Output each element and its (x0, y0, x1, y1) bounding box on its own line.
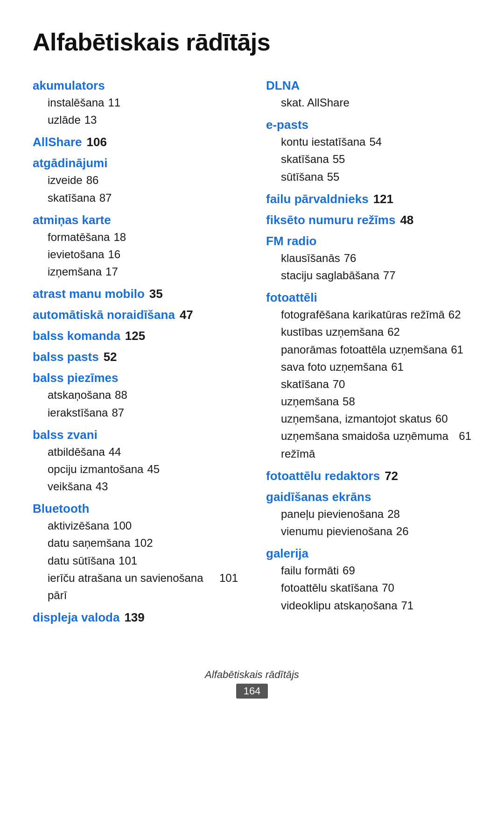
subitem-page-num: 28 (387, 505, 400, 523)
subitem-text: opciju izmantošana (48, 460, 143, 478)
subitem-text: staciju saglabāšana (281, 267, 379, 284)
subitem: ierakstīšana87 (48, 404, 238, 421)
subitem-page-num: 62 (387, 323, 400, 340)
subitem: formatēšana18 (48, 228, 238, 246)
index-entry: failu pārvaldnieks121 (266, 192, 471, 206)
entry-heading-text: akumulators (33, 78, 105, 93)
subitem: atskaņošana88 (48, 386, 238, 403)
subitem: opciju izmantošana45 (48, 460, 238, 478)
index-entry: FM radioklausīšanās76staciju saglabāšana… (266, 234, 471, 284)
subitem-page-num: 44 (109, 443, 121, 460)
entry-heading-text: FM radio (266, 234, 316, 248)
subitem-page-num: 61 (451, 341, 463, 358)
subitem: vienumu pievienošana26 (281, 523, 471, 540)
index-entry: AllShare106 (33, 135, 238, 149)
index-entry: akumulatorsinstalēšana11uzlāde13 (33, 78, 238, 128)
subitem-page-num: 55 (333, 150, 345, 168)
entry-heading-text: balss piezīmes (33, 371, 119, 385)
entry-page-num: 35 (149, 287, 163, 301)
subitem-text: vienumu pievienošana (281, 523, 392, 540)
entry-heading-text: e-pasts (266, 118, 308, 132)
entry-heading-text: AllShare (33, 135, 82, 149)
subitem-text: datu sūtīšana (48, 552, 115, 569)
left-column: akumulatorsinstalēšana11uzlāde13AllShare… (33, 78, 238, 631)
subitem-text: veikšana (48, 478, 92, 495)
subitem-page-num: 61 (391, 358, 404, 375)
subitem-text: kustības uzņemšana (281, 323, 384, 340)
subitem-page-num: 62 (448, 306, 461, 323)
entry-heading: gaidīšanas ekrāns (266, 490, 471, 504)
subitem-text: skatīšana (48, 189, 96, 206)
entry-subitems: failu formāti69fotoattēlu skatīšana70vid… (281, 562, 471, 614)
subitem: sava foto uzņemšana61 (281, 358, 471, 375)
entry-heading: balss zvani (33, 428, 238, 442)
entry-subitems: atskaņošana88ierakstīšana87 (48, 386, 238, 421)
subitem-text: skatīšana (281, 375, 329, 393)
entry-heading: automātiskā noraidīšana47 (33, 308, 238, 322)
entry-heading-text: gaidīšanas ekrāns (266, 490, 371, 504)
entry-heading: balss pasts52 (33, 350, 238, 364)
subitem-page-num: 17 (105, 263, 118, 280)
entry-subitems: atbildēšana44opciju izmantošana45veikšan… (48, 443, 238, 495)
subitem-page-num: 87 (112, 404, 124, 421)
entry-heading-text: Bluetooth (33, 502, 89, 516)
entry-heading-text: displeja valoda (33, 610, 119, 625)
subitem-page-num: 101 (119, 552, 137, 569)
subitem-text: uzņemšana smaidoša uzņēmuma režīmā (281, 427, 455, 462)
subitem: skatīšana70 (281, 375, 471, 393)
index-entry: atrast manu mobilo35 (33, 287, 238, 301)
index-entry: balss komanda125 (33, 329, 238, 343)
index-entry: fotoattēlu redaktors72 (266, 469, 471, 483)
subitem: fotografēšana karikatūras režīmā62 (281, 306, 471, 323)
subitem-text: aktivizēšana (48, 517, 109, 534)
entry-subitems: izveide86skatīšana87 (48, 171, 238, 206)
entry-heading: fiksēto numuru režīms48 (266, 213, 471, 227)
footer-page: 164 (236, 684, 268, 699)
subitem-page-num: 102 (134, 534, 153, 551)
entry-heading-text: fotoattēli (266, 290, 317, 305)
subitem-text: izņemšana (48, 263, 102, 280)
entry-page-num: 48 (400, 213, 413, 227)
index-entry: gaidīšanas ekrānspaneļu pievienošana28vi… (266, 490, 471, 540)
entry-subitems: klausīšanās76staciju saglabāšana77 (281, 249, 471, 284)
entry-subitems: skat. AllShare (281, 94, 471, 111)
subitem-page-num: 55 (327, 168, 340, 185)
subitem: sūtīšana55 (281, 168, 471, 185)
subitem-page-num: 43 (96, 478, 108, 495)
subitem: datu sūtīšana101 (48, 552, 238, 569)
subitem-text: fotoattēlu skatīšana (281, 579, 378, 596)
entry-heading-text: atrast manu mobilo (33, 287, 145, 301)
entry-heading: AllShare106 (33, 135, 238, 149)
subitem-page-num: 100 (113, 517, 132, 534)
subitem-page-num: 88 (115, 386, 127, 403)
subitem-text: ierakstīšana (48, 404, 108, 421)
entry-heading-text: DLNA (266, 78, 300, 93)
entry-heading: e-pasts (266, 118, 471, 132)
subitem: staciju saglabāšana77 (281, 267, 471, 284)
subitem: izņemšana17 (48, 263, 238, 280)
subitem: skatīšana55 (281, 150, 471, 168)
entry-heading: failu pārvaldnieks121 (266, 192, 471, 206)
index-entry: balss zvaniatbildēšana44opciju izmantoša… (33, 428, 238, 495)
subitem-text: videoklipu atskaņošana (281, 597, 398, 614)
entry-page-num: 47 (180, 308, 193, 322)
subitem-page-num: 58 (343, 393, 355, 410)
index-entry: atmiņas karteformatēšana18ievietošana16i… (33, 213, 238, 281)
subitem-text: atskaņošana (48, 386, 111, 403)
subitem-text: skat. AllShare (281, 94, 350, 111)
entry-subitems: paneļu pievienošana28vienumu pievienošan… (281, 505, 471, 540)
subitem-page-num: 77 (383, 267, 396, 284)
subitem-text: uzlāde (48, 111, 81, 128)
subitem: izveide86 (48, 171, 238, 189)
subitem: instalēšana11 (48, 94, 238, 111)
subitem-text: skatīšana (281, 150, 329, 168)
index-entry: galerijafailu formāti69fotoattēlu skatīš… (266, 546, 471, 614)
subitem-page-num: 61 (459, 427, 471, 445)
entry-heading-text: balss pasts (33, 350, 99, 364)
entry-page-num: 52 (104, 350, 117, 364)
subitem-text: atbildēšana (48, 443, 105, 460)
index-entry: fiksēto numuru režīms48 (266, 213, 471, 227)
subitem-text: kontu iestatīšana (281, 133, 365, 150)
right-column: DLNAskat. AllSharee-pastskontu iestatīša… (266, 78, 471, 621)
subitem: uzņemšana, izmantojot skatus60 (281, 410, 471, 427)
